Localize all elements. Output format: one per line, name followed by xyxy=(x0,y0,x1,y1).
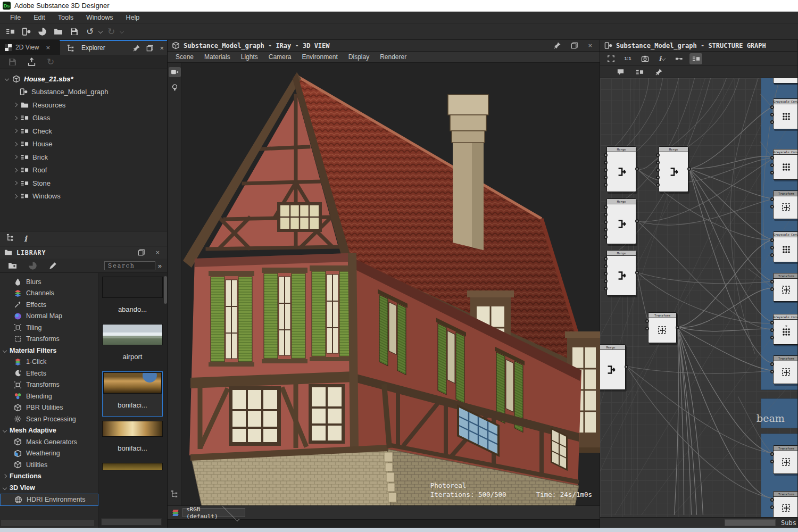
input-port[interactable] xyxy=(604,161,608,164)
menu-camera[interactable]: Camera xyxy=(264,52,296,62)
library-section-mesh-adaptive[interactable]: Mesh Adaptive xyxy=(0,425,98,437)
redo-history-dropdown[interactable] xyxy=(120,29,124,34)
pin-icon[interactable] xyxy=(652,66,665,78)
menu-edit[interactable]: Edit xyxy=(28,13,51,22)
library-item-tiling[interactable]: Tiling xyxy=(0,322,98,334)
viewport-close-icon[interactable]: × xyxy=(585,41,595,49)
tree-item-substance-model-graph[interactable]: Substance_Model_graph xyxy=(0,86,167,99)
search-input[interactable] xyxy=(104,261,155,270)
graph-canvas[interactable]: Merge Merge Merge Merge Merge Transform xyxy=(600,78,797,517)
explorer-reload-button[interactable]: ↻ xyxy=(44,55,57,68)
input-port[interactable] xyxy=(656,153,660,157)
output-port[interactable] xyxy=(687,167,691,171)
graph-progress-field[interactable] xyxy=(725,519,776,526)
input-port[interactable] xyxy=(770,163,774,167)
input-port[interactable] xyxy=(604,213,608,217)
expand-icon[interactable] xyxy=(13,116,18,120)
input-port[interactable] xyxy=(770,362,774,366)
menu-display[interactable]: Display xyxy=(344,52,374,62)
input-port[interactable] xyxy=(770,253,774,257)
input-port[interactable] xyxy=(604,183,608,187)
graph-node-transform[interactable]: Transform xyxy=(648,312,677,343)
thumbnails-vscrollbar[interactable] xyxy=(164,276,167,304)
menu-help[interactable]: Help xyxy=(120,13,146,22)
menu-materials[interactable]: Materials xyxy=(200,52,235,62)
graph-node-transform[interactable]: Transform xyxy=(773,355,797,384)
graph-node-transform[interactable]: Transform xyxy=(773,445,797,474)
thumbnail-bonifaci-2[interactable]: bonifaci... xyxy=(102,421,163,459)
expand-icon[interactable] xyxy=(13,142,18,146)
input-port[interactable] xyxy=(656,168,660,172)
thumbnail-bonifaci-selected[interactable]: bonifaci... xyxy=(102,371,163,417)
input-port[interactable] xyxy=(770,328,774,332)
camera-mode-icon[interactable] xyxy=(169,67,181,77)
graph-node-merge[interactable]: Merge xyxy=(600,344,626,390)
explorer-restore-icon[interactable] xyxy=(143,44,156,52)
input-port[interactable] xyxy=(770,370,774,373)
light-mode-icon[interactable] xyxy=(169,82,181,93)
menu-lights[interactable]: Lights xyxy=(236,52,263,62)
output-port[interactable] xyxy=(625,365,628,369)
comment-icon[interactable] xyxy=(614,66,627,78)
library-item-channels[interactable]: Channels xyxy=(0,288,98,300)
library-close-icon[interactable]: × xyxy=(152,248,163,256)
input-port[interactable] xyxy=(770,238,774,242)
structure-mini-icon[interactable] xyxy=(171,490,179,500)
library-section-material-filters[interactable]: Material Filters xyxy=(0,345,98,356)
thumbnails-hscrollbar[interactable] xyxy=(101,518,162,526)
library-edit-button[interactable] xyxy=(46,259,60,272)
input-port[interactable] xyxy=(770,321,774,325)
library-restore-icon[interactable] xyxy=(135,248,148,256)
menu-environment[interactable]: Environment xyxy=(297,52,342,62)
input-port[interactable] xyxy=(770,287,774,291)
tree-item-resources[interactable]: Resources xyxy=(0,98,167,112)
input-port[interactable] xyxy=(656,176,660,179)
input-port[interactable] xyxy=(770,105,774,109)
input-port[interactable] xyxy=(770,505,774,509)
graph-node-grayscale-conversion[interactable]: Grayscale Conversion xyxy=(773,314,797,345)
redo-button[interactable]: ↻ xyxy=(104,25,118,38)
undo-history-dropdown[interactable] xyxy=(98,29,103,34)
new-package-button[interactable] xyxy=(35,25,49,38)
info-dropdown-icon[interactable]: i xyxy=(655,53,668,64)
menu-scene[interactable]: Scene xyxy=(171,52,198,62)
expand-icon[interactable] xyxy=(13,129,18,133)
colorspace-select[interactable]: sRGB (default) xyxy=(182,508,245,517)
library-section-3d-view[interactable]: 3D View xyxy=(0,482,98,494)
graph-node-transform[interactable]: Transform xyxy=(773,491,797,517)
tab-explorer[interactable]: Explorer xyxy=(60,44,130,52)
output-port[interactable] xyxy=(676,326,679,329)
graph-node-transform[interactable]: Transform xyxy=(773,273,797,302)
menu-renderer[interactable]: Renderer xyxy=(375,52,411,62)
graph-node-merge[interactable]: Merge xyxy=(606,198,636,244)
input-port[interactable] xyxy=(604,205,608,209)
tree-item-check[interactable]: Check xyxy=(0,124,167,138)
menu-file[interactable]: File xyxy=(4,13,27,22)
menu-tools[interactable]: Tools xyxy=(52,13,79,22)
input-port[interactable] xyxy=(656,161,660,164)
thumbnail-partial[interactable] xyxy=(102,463,163,470)
library-item-mask-generators[interactable]: Mask Generators xyxy=(0,436,98,448)
input-port[interactable] xyxy=(770,120,774,124)
tree-root-package[interactable]: House_21.sbs* xyxy=(0,72,167,86)
output-port[interactable] xyxy=(635,167,639,171)
expand-icon[interactable] xyxy=(13,103,18,107)
input-port[interactable] xyxy=(770,171,774,174)
new-substance-graph-button[interactable] xyxy=(3,25,17,38)
library-item-blurs[interactable]: Blurs xyxy=(0,276,98,288)
undo-button[interactable]: ↺ xyxy=(83,25,97,38)
graph-node-transform[interactable]: Transform xyxy=(773,190,797,219)
input-port[interactable] xyxy=(604,220,608,224)
input-port[interactable] xyxy=(604,287,608,290)
graph-node-partial[interactable] xyxy=(773,78,797,84)
library-item-blending[interactable]: Blending xyxy=(0,390,98,402)
tree-item-house[interactable]: House xyxy=(0,138,167,151)
input-port[interactable] xyxy=(604,228,608,231)
tree-item-brick[interactable]: Brick xyxy=(0,151,167,164)
zoom-1to1-icon[interactable]: 1:1 xyxy=(621,53,634,64)
menu-windows[interactable]: Windows xyxy=(80,13,119,22)
input-port[interactable] xyxy=(604,235,608,239)
tab-2d-view-close-icon[interactable]: × xyxy=(43,44,53,52)
output-port[interactable] xyxy=(635,219,639,223)
viewport-restore-icon[interactable] xyxy=(568,41,581,49)
